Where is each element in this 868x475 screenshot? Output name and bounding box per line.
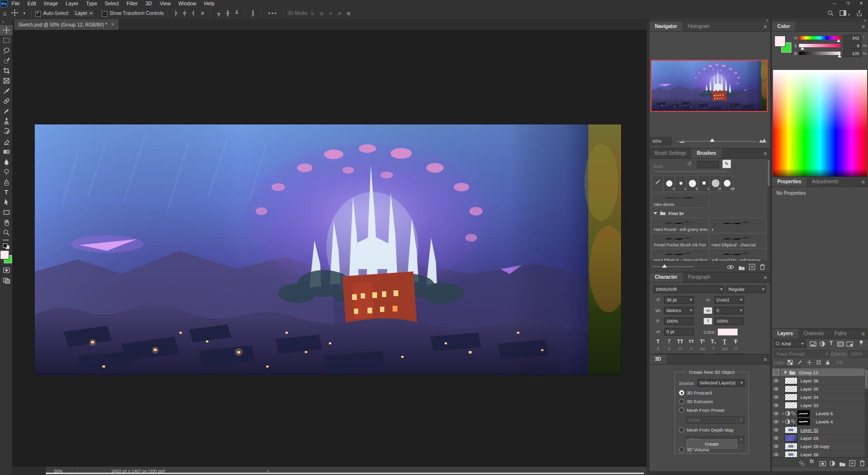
strikethrough-button[interactable]: T [731, 339, 740, 344]
navigator-zoom-slider[interactable] [677, 141, 757, 142]
menu-edit[interactable]: Edit [24, 0, 40, 7]
show-transform-checkbox[interactable] [102, 11, 108, 17]
3d-extrusion-radio[interactable] [679, 399, 684, 404]
tab-brushes[interactable]: Brushes [692, 149, 721, 158]
layer-row[interactable]: Layer 29 [772, 434, 865, 442]
tab-channels[interactable]: Channels [798, 329, 829, 339]
menu-filter[interactable]: Filter [122, 0, 141, 7]
menu-layer[interactable]: Layer [62, 0, 82, 7]
navigator-view-box[interactable] [651, 60, 768, 112]
lock-paint-icon[interactable] [797, 360, 802, 366]
crop-tool[interactable] [0, 66, 13, 76]
panel-menu-icon[interactable] [760, 149, 770, 158]
pen-tool[interactable] [0, 177, 13, 187]
panel-menu-icon[interactable] [760, 354, 770, 364]
tab-histogram[interactable]: Histogram [682, 22, 715, 31]
tab-3d[interactable]: 3D [650, 354, 666, 364]
canvas[interactable] [35, 124, 621, 375]
eraser-tool[interactable] [0, 136, 13, 147]
color-spectrum[interactable] [773, 70, 867, 177]
layer-thumbnail[interactable] [785, 377, 798, 384]
new-adjustment-layer-icon[interactable] [829, 460, 835, 468]
tool-preset-chevron-icon[interactable]: ▼ [20, 12, 28, 15]
marquee-tool[interactable] [0, 35, 13, 45]
align-top-edges-icon[interactable]: ╥ [214, 10, 223, 16]
visibility-toggle[interactable] [772, 377, 781, 384]
layer-row-group-12[interactable]: Group 12 [772, 368, 865, 377]
new-group-icon[interactable] [839, 460, 846, 469]
menu-3d[interactable]: 3D [142, 0, 156, 7]
small-caps-button[interactable]: TT [687, 339, 696, 344]
quick-selection-tool[interactable] [0, 55, 13, 66]
reset-brush-icon[interactable]: ↺ [687, 161, 692, 167]
visibility-toggle[interactable] [772, 385, 781, 393]
previous-brush-cell[interactable] [651, 176, 664, 192]
blur-tool[interactable] [0, 157, 13, 167]
layer-row[interactable]: Layer 36 [772, 377, 865, 385]
layer-row[interactable]: Layer 28 copy [772, 442, 865, 450]
new-layer-icon[interactable] [849, 460, 855, 468]
hue-slider-thumb[interactable] [837, 39, 841, 42]
font-size-dropdown[interactable]: 36 pt [664, 296, 694, 304]
layer-thumbnail[interactable] [785, 385, 798, 393]
filter-pixel-layers-icon[interactable] [809, 340, 817, 347]
subscript-button[interactable]: T₁ [709, 339, 718, 344]
leading-dropdown[interactable]: (Auto) [714, 296, 744, 304]
new-group-icon[interactable] [738, 264, 745, 272]
clone-stamp-tool[interactable] [0, 116, 13, 126]
path-selection-tool[interactable] [0, 197, 13, 207]
panel-menu-icon[interactable] [760, 272, 770, 282]
eyedropper-tool[interactable] [0, 86, 13, 96]
recent-brush-48[interactable]: 48 [663, 176, 675, 192]
layers-scrollbar[interactable] [865, 368, 868, 463]
close-button[interactable] [854, 0, 868, 7]
layer-thumbnail[interactable] [785, 426, 798, 434]
recent-brush-80[interactable]: 80 [686, 176, 698, 192]
brush-tile-rake-dense[interactable]: rake-dense [651, 193, 709, 208]
saturation-slider[interactable] [799, 44, 841, 47]
horizontal-scale-field[interactable]: 100% [714, 317, 744, 325]
hand-tool[interactable] [0, 217, 13, 228]
create-button[interactable]: Create [686, 439, 737, 448]
delete-layer-icon[interactable] [859, 460, 865, 468]
mesh-from-depth-map-radio[interactable] [679, 427, 684, 433]
tab-adjustments[interactable]: Adjustments [806, 177, 843, 187]
mesh-from-preset-radio[interactable] [679, 407, 684, 413]
new-brush-icon[interactable] [749, 263, 755, 272]
panel-menu-icon[interactable] [858, 22, 868, 31]
3d-postcard-radio[interactable] [679, 390, 684, 395]
more-options-icon[interactable]: ••• [265, 10, 280, 16]
layer-thumbnail[interactable] [785, 434, 798, 442]
document-tab[interactable]: Sketch.psd @ 50% (Group 12, RGB/8#) * ✕ [14, 19, 119, 30]
navigator-zoom-value[interactable]: 50% [650, 137, 672, 146]
layer-row-adjustment[interactable]: ⌐ Levels 4 [772, 418, 865, 426]
workspace-icon[interactable]: ▼ [840, 10, 851, 17]
dodge-tool[interactable] [0, 167, 13, 177]
zoom-in-icon[interactable] [759, 138, 766, 143]
edit-toolbar-icon[interactable]: ••• [0, 238, 12, 243]
tab-properties[interactable]: Properties [772, 177, 806, 187]
all-caps-button[interactable]: TT [676, 339, 685, 344]
auto-select-target-dropdown[interactable]: Layer [72, 9, 95, 17]
default-colors-icon[interactable] [3, 244, 10, 249]
faux-italic-button[interactable]: T [665, 339, 674, 344]
brush-tool[interactable] [0, 106, 13, 116]
gradient-tool[interactable] [0, 147, 13, 157]
rectangle-tool[interactable] [0, 207, 13, 217]
frame-tool[interactable] [0, 76, 13, 86]
superscript-button[interactable]: T¹ [698, 339, 707, 344]
toolbar-collapse-icon[interactable]: » [0, 19, 12, 25]
layer-row[interactable]: Layer 34 [772, 393, 865, 401]
move-tool[interactable] [0, 25, 13, 35]
foreground-color-swatch[interactable] [0, 251, 9, 259]
align-horizontal-centers-icon[interactable]: ╪ [180, 10, 189, 16]
distribute-vertical-icon[interactable]: ║ [248, 10, 258, 16]
baseline-shift-field[interactable]: 0 pt [664, 328, 694, 336]
align-bottom-edges-icon[interactable]: ╨ [232, 10, 242, 16]
tab-navigator[interactable]: Navigator [650, 22, 682, 31]
tab-color[interactable]: Color [772, 22, 795, 31]
quick-mask-icon[interactable] [0, 265, 13, 275]
menu-view[interactable]: View [156, 0, 175, 7]
align-left-edges-icon[interactable]: ╞ [171, 10, 180, 16]
visibility-toggle[interactable] [772, 418, 781, 425]
